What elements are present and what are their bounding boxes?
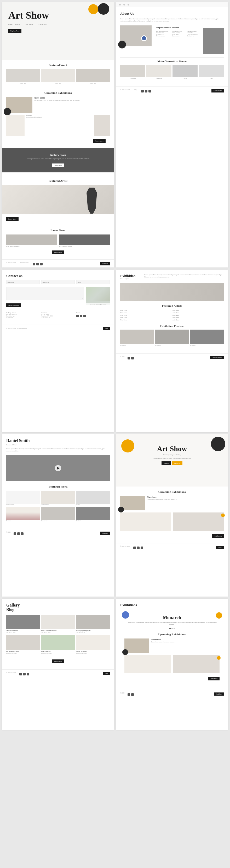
about-artist-image [203,28,224,54]
card-about: About Us Lorem ipsum dolor sit amet, con… [116,2,228,268]
exhibition-twitter-icon[interactable] [131,357,134,360]
blog-img-2 [41,615,75,629]
artist-4: Artist Name [120,316,171,319]
artist-twitter-icon[interactable] [17,532,20,535]
read-more-button[interactable]: Read More [52,250,64,254]
artist-read-more-btn[interactable]: Read More [100,532,110,535]
blog-post-4: Art Workshop Series December 28, 2022 [6,636,40,654]
blog-facebook-icon[interactable] [20,673,22,676]
blog-twitter-icon[interactable] [23,673,26,676]
contact-info-social: Social [76,312,110,318]
footer-cta-button[interactable]: Contact [100,262,110,266]
upcoming-sm-desc-1: Lorem ipsum dolor sit amet, consectetur … [147,499,224,500]
artist-instagram-icon[interactable] [21,532,24,535]
upcoming-desc-2: Lorem ipsum dolor sit amet [26,116,92,118]
contact-main: Send Message 123 Art St, New York, NY 10… [6,287,110,307]
learn-more-button[interactable]: Learn More [93,139,106,143]
artshow-alt-twitter-icon[interactable] [137,547,140,549]
blog-social-row [20,673,29,676]
tickets-button[interactable]: Get Tickets [212,534,224,538]
about-cta-button[interactable]: Learn More [212,89,224,92]
contact-info-location: Location 123 Art Street New York, NY 100… [41,312,75,318]
nav-dot-2 [123,4,125,5]
contact-footer-btn[interactable]: Menu [103,327,110,330]
make-label-3: Shop [172,78,198,79]
shop-now-button[interactable]: Shop Now [52,163,64,167]
monarch-section: Monarch Lorem ipsum dolor sit amet, cons… [120,610,224,629]
play-button[interactable] [55,465,61,471]
contact-facebook-icon[interactable] [76,315,79,317]
artist-facebook-icon[interactable] [13,532,16,535]
gallery-store-desc: Lorem ipsum dolor sit amet, consectetur … [6,158,110,160]
about-twitter-icon[interactable] [145,90,147,92]
about-footer-copyright: © 2023 Art Show [120,89,130,92]
gallery-store-section: Gallery Store Lorem ipsum dolor sit amet… [2,148,114,173]
contact-email-input[interactable] [76,280,110,284]
make-item-2: Collections [146,65,171,79]
work-thumb-3 [76,69,110,82]
exhibition-copyright: © 2023 [120,356,124,360]
twitter-icon[interactable] [36,263,39,266]
artshow-alt-subtitle: Contemporary Art Gallery [120,454,224,456]
hero-section: Art Show Gallery Location Date Range Con… [2,2,114,60]
artist-3: Artist Name [120,314,171,316]
blog-footer-btn[interactable]: Menu [103,672,110,675]
artshow-alt-footer-btn[interactable]: Contact [216,546,224,549]
upcoming-sm-second-row [120,513,224,531]
hero-meta: Gallery Location Date Range Contact Info [8,24,108,25]
contact-form: Send Message [6,287,84,307]
blog-post-title-4: Art Workshop Series [6,651,40,652]
blog-post-5: Meet the Artist December 20, 2022 [41,636,75,654]
afw-item-2: Arrangement [41,491,75,505]
artshow-alt-social-row [133,547,143,549]
work-thumb-2 [41,69,75,82]
about-facebook-icon[interactable] [141,90,144,92]
exhibitions-facebook-icon[interactable] [127,693,130,696]
exhibition-facebook-icon[interactable] [127,357,130,360]
blog-copyright: © 2023 Art Show [6,672,16,676]
artshow-alt-about-btn[interactable]: About Us [172,461,183,465]
exhibition-continue-btn[interactable]: Continue Reading [210,356,224,359]
upcoming-sm-circle [118,507,124,513]
upcoming-sm-info-1: Night Space Lorem ipsum dolor sit amet, … [147,496,224,500]
afw-img-3 [76,491,110,504]
blog-nav-icon[interactable] [106,603,110,606]
blog-post-date-1: January 15, 2023 [6,632,40,633]
artshow-alt-explore-btn[interactable]: Explore [161,461,171,465]
contact-twitter-icon[interactable] [80,315,82,317]
afw-label-4: Flowers [6,520,40,522]
contact-message-textarea[interactable] [6,287,84,300]
about-instagram-icon[interactable] [148,90,151,92]
contact-social-title: Social [76,312,110,314]
artist-copyright: © 2023 [6,531,10,535]
blog-read-more-btn[interactable]: Read More [52,659,64,663]
exhibitions-footer: © 2023 Read More [116,690,228,699]
card-artshow-alt: Art Show Contemporary Art Gallery Lorem … [116,434,228,596]
exhibitions-page-content: Exhibitions Monarch Lorem ipsum dolor si… [116,599,228,690]
artshow-alt-instagram-icon[interactable] [141,547,143,549]
footer-copyright: © 2023 Art Show [6,262,16,266]
instagram-icon[interactable] [40,263,43,266]
exh-upcoming-circle-1 [122,649,128,655]
make-item-4: Cafe [199,65,224,79]
contact-instagram-icon[interactable] [83,315,86,317]
exh-learn-more-btn[interactable]: Learn More [208,677,220,680]
contact-firstname-input[interactable] [6,280,40,284]
explore-button[interactable]: Explore Now [8,29,22,33]
exhibitions-twitter-icon[interactable] [131,693,134,696]
artist-video[interactable] [6,455,110,481]
card-exhibitions-page: Exhibitions Monarch Lorem ipsum dolor si… [116,599,228,730]
exhibitions-footer-btn[interactable]: Read More [214,692,224,695]
blog-instagram-icon[interactable] [27,673,29,676]
artist-8: Artist Name [172,314,224,316]
facebook-icon[interactable] [33,263,35,266]
news-label-1: Artist Wins Competition [6,246,57,247]
artist-learn-more-button[interactable]: Learn More [6,217,18,221]
contact-lastname-input[interactable] [41,280,75,284]
artshow-alt-facebook-icon[interactable] [133,547,136,549]
about-circle-blue [141,35,147,41]
exhibitions-upcoming: Night Space Lorem ipsum dolor sit amet, … [120,639,224,686]
artist-work-title: Featured Work [6,485,110,488]
blog-nav-line-1 [106,604,110,604]
send-message-button[interactable]: Send Message [6,303,21,307]
